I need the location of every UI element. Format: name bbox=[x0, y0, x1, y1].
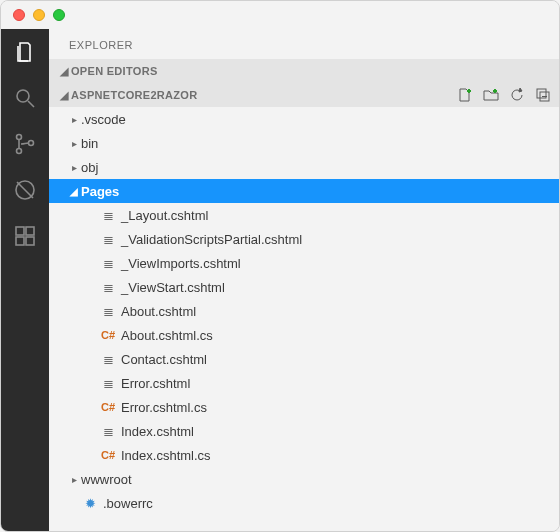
svg-point-2 bbox=[17, 135, 22, 140]
refresh-icon[interactable] bbox=[509, 87, 525, 103]
svg-point-4 bbox=[29, 141, 34, 146]
open-editors-section[interactable]: ◢ OPEN EDITORS bbox=[49, 59, 559, 83]
svg-rect-9 bbox=[16, 237, 24, 245]
svg-rect-7 bbox=[16, 227, 24, 235]
explorer-sidebar: EXPLORER ◢ OPEN EDITORS ◢ ASPNETCORE2RAZ… bbox=[49, 29, 559, 531]
file-icon: ≣ bbox=[99, 280, 117, 295]
collapse-all-icon[interactable] bbox=[535, 87, 551, 103]
tree-item-label: Error.cshtml bbox=[121, 376, 190, 391]
file-icon: ≣ bbox=[99, 304, 117, 319]
explorer-icon[interactable] bbox=[12, 39, 38, 65]
file-icon: ≣ bbox=[99, 424, 117, 439]
chevron-down-icon: ◢ bbox=[57, 65, 71, 78]
folder-row[interactable]: ◢Pages bbox=[49, 179, 559, 203]
window-titlebar bbox=[1, 1, 559, 29]
chevron-down-icon: ◢ bbox=[57, 89, 71, 102]
csharp-icon: C# bbox=[99, 449, 117, 461]
window-close-button[interactable] bbox=[13, 9, 25, 21]
tree-item-label: Contact.cshtml bbox=[121, 352, 207, 367]
tree-item-label: Pages bbox=[81, 184, 119, 199]
csharp-icon: C# bbox=[99, 401, 117, 413]
extensions-icon[interactable] bbox=[12, 223, 38, 249]
chevron-right-icon: ▸ bbox=[67, 138, 81, 149]
svg-line-1 bbox=[28, 101, 34, 107]
new-file-icon[interactable] bbox=[457, 87, 473, 103]
tree-item-label: _ViewStart.cshtml bbox=[121, 280, 225, 295]
tree-item-label: _Layout.cshtml bbox=[121, 208, 208, 223]
chevron-right-icon: ▸ bbox=[67, 114, 81, 125]
chevron-right-icon: ▸ bbox=[67, 162, 81, 173]
svg-line-6 bbox=[17, 182, 33, 198]
file-icon: ≣ bbox=[99, 232, 117, 247]
section-label: ASPNETCORE2RAZOR bbox=[71, 89, 197, 101]
tree-item-label: wwwroot bbox=[81, 472, 132, 487]
svg-rect-10 bbox=[26, 237, 34, 245]
tree-item-label: About.cshtml bbox=[121, 304, 196, 319]
file-row[interactable]: ✹.bowerrc bbox=[49, 491, 559, 515]
svg-point-3 bbox=[17, 149, 22, 154]
debug-icon[interactable] bbox=[12, 177, 38, 203]
search-icon[interactable] bbox=[12, 85, 38, 111]
project-section[interactable]: ◢ ASPNETCORE2RAZOR bbox=[49, 83, 559, 107]
tree-item-label: .vscode bbox=[81, 112, 126, 127]
file-row[interactable]: C#About.cshtml.cs bbox=[49, 323, 559, 347]
file-icon: ≣ bbox=[99, 208, 117, 223]
file-row[interactable]: ≣_ValidationScriptsPartial.cshtml bbox=[49, 227, 559, 251]
file-row[interactable]: ≣Index.cshtml bbox=[49, 419, 559, 443]
file-icon: ≣ bbox=[99, 352, 117, 367]
sidebar-title: EXPLORER bbox=[49, 29, 559, 59]
window-minimize-button[interactable] bbox=[33, 9, 45, 21]
folder-row[interactable]: ▸.vscode bbox=[49, 107, 559, 131]
tree-item-label: .bowerrc bbox=[103, 496, 153, 511]
file-row[interactable]: ≣Contact.cshtml bbox=[49, 347, 559, 371]
source-control-icon[interactable] bbox=[12, 131, 38, 157]
file-tree: ▸.vscode▸bin▸obj◢Pages≣_Layout.cshtml≣_V… bbox=[49, 107, 559, 515]
window-maximize-button[interactable] bbox=[53, 9, 65, 21]
file-row[interactable]: ≣About.cshtml bbox=[49, 299, 559, 323]
tree-item-label: Error.cshtml.cs bbox=[121, 400, 207, 415]
file-row[interactable]: ≣_ViewImports.cshtml bbox=[49, 251, 559, 275]
file-icon: ≣ bbox=[99, 376, 117, 391]
chevron-right-icon: ▸ bbox=[67, 474, 81, 485]
file-row[interactable]: ≣_ViewStart.cshtml bbox=[49, 275, 559, 299]
bower-icon: ✹ bbox=[81, 496, 99, 511]
tree-item-label: _ViewImports.cshtml bbox=[121, 256, 241, 271]
tree-item-label: Index.cshtml.cs bbox=[121, 448, 211, 463]
chevron-down-icon: ◢ bbox=[67, 186, 81, 197]
tree-item-label: bin bbox=[81, 136, 98, 151]
file-row[interactable]: C#Index.cshtml.cs bbox=[49, 443, 559, 467]
folder-row[interactable]: ▸wwwroot bbox=[49, 467, 559, 491]
svg-rect-8 bbox=[26, 227, 34, 235]
activity-bar bbox=[1, 29, 49, 531]
file-row[interactable]: C#Error.cshtml.cs bbox=[49, 395, 559, 419]
csharp-icon: C# bbox=[99, 329, 117, 341]
folder-row[interactable]: ▸obj bbox=[49, 155, 559, 179]
file-row[interactable]: ≣Error.cshtml bbox=[49, 371, 559, 395]
tree-item-label: About.cshtml.cs bbox=[121, 328, 213, 343]
tree-item-label: obj bbox=[81, 160, 98, 175]
folder-row[interactable]: ▸bin bbox=[49, 131, 559, 155]
file-icon: ≣ bbox=[99, 256, 117, 271]
svg-point-0 bbox=[17, 90, 29, 102]
section-label: OPEN EDITORS bbox=[71, 65, 158, 77]
new-folder-icon[interactable] bbox=[483, 87, 499, 103]
tree-item-label: _ValidationScriptsPartial.cshtml bbox=[121, 232, 302, 247]
tree-item-label: Index.cshtml bbox=[121, 424, 194, 439]
file-row[interactable]: ≣_Layout.cshtml bbox=[49, 203, 559, 227]
